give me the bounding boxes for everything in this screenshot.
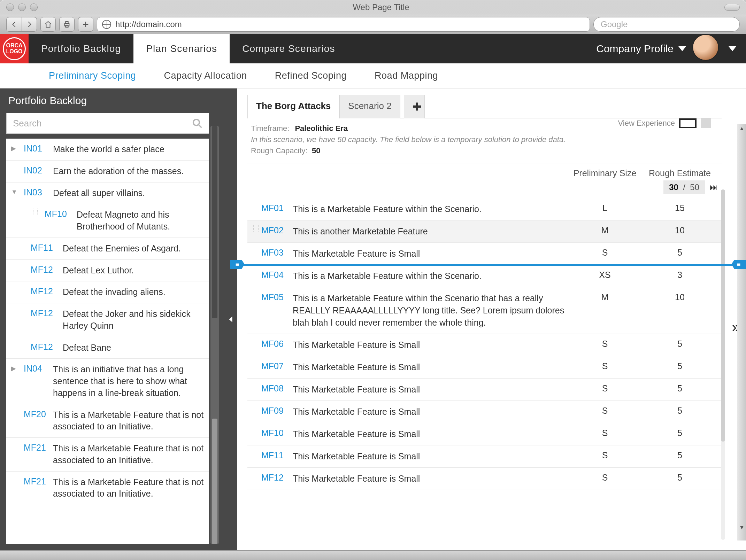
nav-tab-portfolio-backlog[interactable]: Portfolio Backlog: [29, 34, 133, 63]
feature-row[interactable]: MF10 This Marketable Feature is Small S …: [247, 423, 722, 445]
feature-row[interactable]: MF11 This Marketable Feature is Small S …: [247, 445, 722, 468]
feature-code[interactable]: MF12: [261, 473, 293, 483]
close-window-button[interactable]: [6, 3, 14, 11]
feature-size: S: [568, 339, 641, 349]
sidebar-item[interactable]: MF12 Defeat Bane: [6, 337, 209, 359]
cut-handle-left[interactable]: ≡: [230, 260, 245, 269]
sidebar-item[interactable]: MF12 Defeat the Joker and his sidekick H…: [6, 303, 209, 337]
item-code: MF10: [45, 209, 72, 219]
sidebar-item[interactable]: ▶ IN01 Make the world a safer place: [6, 139, 209, 160]
capacity-cut-line[interactable]: ≡≡: [247, 263, 722, 267]
print-button[interactable]: [59, 17, 75, 32]
browser-search-input[interactable]: Google: [593, 17, 740, 32]
fast-forward-icon[interactable]: ⏭: [710, 182, 718, 192]
item-text: Defeat the Joker and his sidekick Harley…: [63, 308, 204, 332]
minimize-window-button[interactable]: [18, 3, 26, 11]
sidebar-title: Portfolio Backlog: [6, 95, 225, 107]
add-scenario-button[interactable]: ✚: [404, 95, 425, 118]
view-experience-label: View Experience: [618, 119, 675, 128]
add-tab-button[interactable]: +: [78, 17, 93, 32]
feature-estimate: 5: [641, 473, 718, 483]
main-scrollbar[interactable]: [721, 189, 725, 540]
drag-handle-icon[interactable]: ⋮⋮⋮⋮: [31, 209, 39, 215]
feature-row[interactable]: MF09 This Marketable Feature is Small S …: [247, 401, 722, 423]
feature-code[interactable]: MF08: [261, 383, 293, 394]
home-button[interactable]: [40, 17, 56, 32]
sidebar-item[interactable]: MF12 Defeat Lex Luthor.: [6, 259, 209, 281]
chevron-down-icon: [678, 46, 686, 51]
sidebar-item[interactable]: ⋮⋮⋮⋮ MF10 Defeat Magneto and his Brother…: [6, 204, 209, 238]
feature-row[interactable]: MF03 This Marketable Feature is Small S …: [247, 243, 722, 265]
toolbar-pill-button[interactable]: [724, 4, 740, 11]
item-code: MF20: [24, 409, 48, 419]
back-button[interactable]: [6, 17, 22, 32]
expander-icon[interactable]: ▶: [11, 145, 19, 152]
feature-code[interactable]: MF04: [261, 270, 293, 280]
feature-code[interactable]: MF05: [261, 292, 293, 302]
item-text: Defeat Magneto and his Brotherhood of Mu…: [77, 209, 204, 233]
sidebar-item[interactable]: MF11 Defeat the Enemies of Asgard.: [6, 238, 209, 259]
svg-line-4: [199, 125, 202, 128]
feature-row[interactable]: ⋮⋮⋮⋮ MF02 This is another Marketable Fea…: [247, 220, 722, 243]
sub-nav-road-mapping[interactable]: Road Mapping: [375, 70, 438, 81]
feature-code[interactable]: MF03: [261, 248, 293, 258]
scenario-tab[interactable]: The Borg Attacks: [247, 95, 339, 118]
sidebar-scrollbar[interactable]: [210, 126, 219, 544]
feature-row[interactable]: MF07 This Marketable Feature is Small S …: [247, 356, 722, 379]
sub-nav-capacity-allocation[interactable]: Capacity Allocation: [164, 70, 247, 81]
forward-button[interactable]: [22, 17, 37, 32]
cut-handle-right[interactable]: ≡: [731, 260, 746, 269]
sub-nav-refined-scoping[interactable]: Refined Scoping: [275, 70, 347, 81]
item-code: IN01: [24, 143, 48, 154]
item-code: MF11: [31, 243, 58, 253]
feature-estimate: 5: [641, 406, 718, 416]
sidebar-item[interactable]: MF21 This is a Marketable Feature that i…: [6, 437, 209, 471]
address-bar[interactable]: http://domain.com: [97, 17, 590, 32]
feature-code[interactable]: MF10: [261, 428, 293, 438]
avatar[interactable]: [692, 34, 719, 61]
feature-size: S: [568, 406, 641, 416]
feature-row[interactable]: MF01 This is a Marketable Feature within…: [247, 198, 722, 220]
view-experience-toggle[interactable]: View Experience: [618, 118, 711, 128]
feature-estimate: 5: [641, 248, 718, 258]
browser-toolbar: + http://domain.com Google: [0, 15, 746, 34]
sidebar-search-input[interactable]: Search: [6, 113, 209, 134]
feature-size: L: [568, 203, 641, 213]
sidebar-collapse-button[interactable]: [225, 88, 237, 550]
feature-row[interactable]: MF04 This is a Marketable Feature within…: [247, 265, 722, 287]
drag-handle-icon[interactable]: ⋮⋮⋮⋮: [251, 225, 261, 231]
nav-tab-compare-scenarios[interactable]: Compare Scenarios: [230, 34, 348, 63]
feature-code[interactable]: MF11: [261, 450, 293, 460]
feature-code[interactable]: MF01: [261, 203, 293, 213]
feature-size: XS: [568, 270, 641, 280]
capacity-strip: 30 / 50 ⏭: [247, 180, 722, 198]
app-logo[interactable]: ORCA LOGO: [0, 34, 29, 63]
item-text: This is a Marketable Feature that is not…: [53, 443, 204, 466]
feature-code[interactable]: MF07: [261, 361, 293, 371]
feature-code[interactable]: MF06: [261, 339, 293, 349]
company-profile-menu[interactable]: Company Profile: [590, 34, 692, 63]
feature-estimate: 3: [641, 270, 718, 280]
feature-row[interactable]: MF06 This Marketable Feature is Small S …: [247, 334, 722, 356]
nav-tab-plan-scenarios[interactable]: Plan Scenarios: [133, 34, 230, 63]
sidebar-item[interactable]: ▼ IN03 Defeat all super villains.: [6, 182, 209, 204]
feature-row[interactable]: MF12 This Marketable Feature is Small S …: [247, 468, 722, 490]
scenario-tab[interactable]: Scenario 2: [339, 95, 400, 118]
sidebar-item[interactable]: MF21 This is a Marketable Feature that i…: [6, 471, 209, 505]
zoom-window-button[interactable]: [30, 3, 38, 11]
sidebar-item[interactable]: MF20 This is a Marketable Feature that i…: [6, 404, 209, 438]
sub-nav-preliminary-scoping[interactable]: Preliminary Scoping: [49, 70, 136, 81]
os-scrollbar[interactable]: ▲▼: [737, 124, 746, 540]
item-text: Make the world a safer place: [53, 143, 204, 155]
feature-row[interactable]: MF05 This is a Marketable Feature within…: [247, 287, 722, 334]
feature-code[interactable]: MF02: [261, 225, 293, 235]
sidebar-item[interactable]: IN02 Earn the adoration of the masses.: [6, 160, 209, 182]
expander-icon[interactable]: ▼: [11, 188, 19, 196]
sidebar-item[interactable]: MF12 Defeat the invading aliens.: [6, 281, 209, 303]
feature-code[interactable]: MF09: [261, 406, 293, 416]
sidebar-item[interactable]: ▶ IN04 This is an initiative that has a …: [6, 358, 209, 404]
feature-row[interactable]: MF08 This Marketable Feature is Small S …: [247, 379, 722, 401]
user-menu[interactable]: [719, 34, 746, 63]
sidebar-list: ▶ IN01 Make the world a safer place IN02…: [6, 139, 209, 544]
expander-icon[interactable]: ▶: [11, 365, 19, 372]
